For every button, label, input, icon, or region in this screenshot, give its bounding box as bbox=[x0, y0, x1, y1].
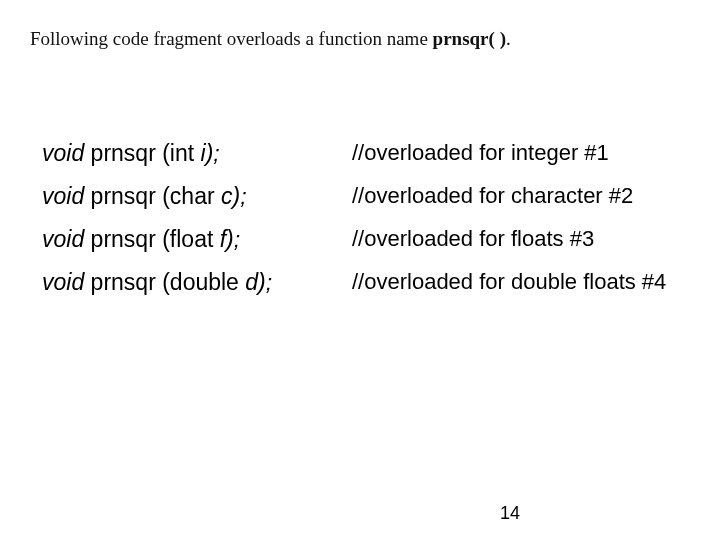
overload-table: void prnsqr (int i); //overloaded for in… bbox=[42, 138, 690, 310]
sig-tail: ); bbox=[206, 140, 220, 166]
intro-suffix: . bbox=[506, 28, 511, 49]
intro-text: Following code fragment overloads a func… bbox=[30, 28, 690, 50]
table-row: void prnsqr (int i); //overloaded for in… bbox=[42, 138, 690, 169]
sig-param: c bbox=[221, 183, 233, 209]
table-row: void prnsqr (double d); //overloaded for… bbox=[42, 267, 690, 298]
sig-name: prnsqr (char bbox=[84, 183, 221, 209]
keyword-void: void bbox=[42, 226, 84, 252]
sig-name: prnsqr (int bbox=[84, 140, 200, 166]
comment-cell: //overloaded for double floats #4 bbox=[352, 267, 690, 297]
keyword-void: void bbox=[42, 140, 84, 166]
sig-param: d bbox=[245, 269, 258, 295]
sig-tail: ); bbox=[258, 269, 272, 295]
signature-cell: void prnsqr (float f); bbox=[42, 224, 352, 255]
keyword-void: void bbox=[42, 183, 84, 209]
comment-cell: //overloaded for floats #3 bbox=[352, 224, 690, 254]
sig-name: prnsqr (double bbox=[84, 269, 245, 295]
keyword-void: void bbox=[42, 269, 84, 295]
page-number: 14 bbox=[0, 503, 720, 524]
comment-cell: //overloaded for character #2 bbox=[352, 181, 690, 211]
signature-cell: void prnsqr (int i); bbox=[42, 138, 352, 169]
intro-function-name: prnsqr( ) bbox=[433, 28, 506, 49]
intro-prefix: Following code fragment overloads a func… bbox=[30, 28, 433, 49]
table-row: void prnsqr (char c); //overloaded for c… bbox=[42, 181, 690, 212]
table-row: void prnsqr (float f); //overloaded for … bbox=[42, 224, 690, 255]
comment-cell: //overloaded for integer #1 bbox=[352, 138, 690, 168]
sig-tail: ); bbox=[226, 226, 240, 252]
sig-tail: ); bbox=[232, 183, 246, 209]
signature-cell: void prnsqr (double d); bbox=[42, 267, 352, 298]
sig-name: prnsqr (float bbox=[84, 226, 220, 252]
slide: Following code fragment overloads a func… bbox=[0, 0, 720, 540]
signature-cell: void prnsqr (char c); bbox=[42, 181, 352, 212]
